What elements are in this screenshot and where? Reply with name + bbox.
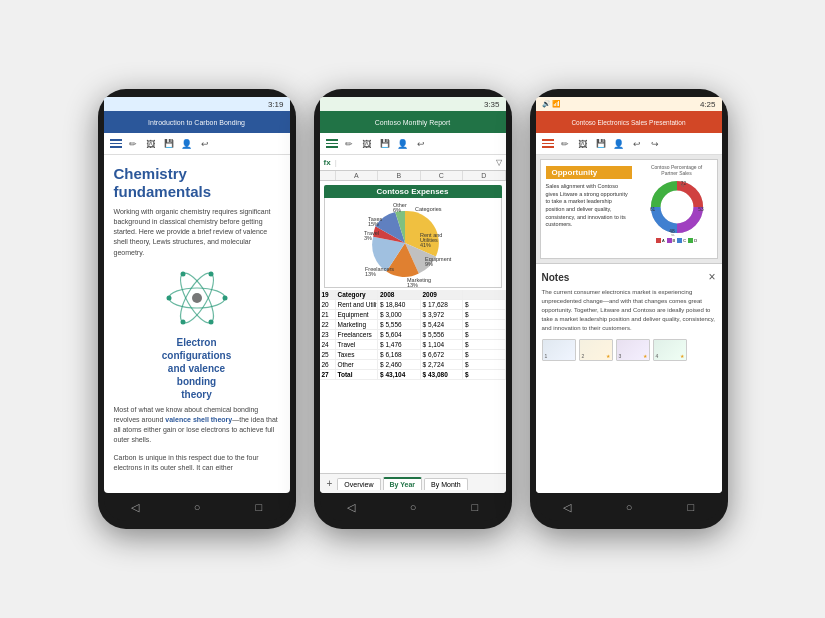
excel-title: Contoso Monthly Report — [375, 119, 450, 126]
excel-category-head: Category — [336, 290, 379, 299]
ppt-hamburger-icon[interactable] — [542, 139, 554, 148]
table-row: 22 Marketing $ 5,556 $ 5,424 $ — [320, 320, 506, 330]
save-icon[interactable]: 💾 — [162, 137, 176, 151]
hamburger-icon[interactable] — [110, 139, 122, 148]
back-icon[interactable]: ◁ — [563, 501, 571, 514]
word-body-2: Most of what we know about chemical bond… — [114, 405, 280, 446]
ppt-undo-icon[interactable]: ↩ — [630, 137, 644, 151]
ppt-thumbnails: 1 2 ★ 3 ★ 4 ★ — [542, 339, 716, 361]
ppt-slide-area: Opportunity Sales alignment with Contoso… — [536, 155, 722, 263]
excel-pencil-icon[interactable]: ✏ — [342, 137, 356, 151]
share-icon[interactable]: 👤 — [180, 137, 194, 151]
excel-title-bar: Contoso Monthly Report — [320, 111, 506, 133]
ppt-notes-close[interactable]: × — [708, 270, 715, 284]
word-navbar: ◁ ○ □ — [104, 493, 290, 521]
excel-share-icon[interactable]: 👤 — [396, 137, 410, 151]
excel-save-icon[interactable]: 💾 — [378, 137, 392, 151]
word-status-time: 3:19 — [268, 100, 284, 109]
ppt-image-icon[interactable]: 🖼 — [576, 137, 590, 151]
svg-text:13%: 13% — [407, 282, 418, 287]
ppt-opportunity-title: Opportunity — [546, 166, 632, 179]
table-row: 24 Travel $ 1,476 $ 1,104 $ — [320, 340, 506, 350]
svg-text:%: % — [671, 234, 675, 236]
back-icon[interactable]: ◁ — [131, 501, 139, 514]
excel-screen: 3:35 Contoso Monthly Report ✏ 🖼 💾 👤 ↩ fx — [320, 97, 506, 493]
ppt-thumb-3[interactable]: 3 ★ — [616, 339, 650, 361]
svg-text:53: 53 — [698, 207, 704, 212]
word-title-bar: Introduction to Carbon Bonding — [104, 111, 290, 133]
ppt-slide-right: Contoso Percentage ofPartner Sales — [637, 160, 717, 258]
table-row: 25 Taxes $ 6,168 $ 6,672 $ — [320, 350, 506, 360]
excel-tabs[interactable]: + Overview By Year By Month — [320, 473, 506, 493]
svg-point-0 — [192, 293, 202, 303]
thumb-star-4: ★ — [680, 353, 684, 359]
table-row: 23 Freelancers $ 5,604 $ 5,556 $ — [320, 330, 506, 340]
excel-phone: 3:35 Contoso Monthly Report ✏ 🖼 💾 👤 ↩ fx — [314, 89, 512, 529]
excel-col-headers: A B C D — [320, 171, 506, 181]
thumb-num-4: 4 — [656, 353, 659, 359]
phones-container: 3:19 Introduction to Carbon Bonding ✏ 🖼 … — [78, 69, 748, 549]
excel-toolbar[interactable]: ✏ 🖼 💾 👤 ↩ — [320, 133, 506, 155]
recents-icon[interactable]: □ — [471, 501, 478, 513]
recents-icon[interactable]: □ — [687, 501, 694, 513]
excel-col-a: A — [336, 171, 379, 180]
excel-2008-head: 2008 — [378, 290, 421, 299]
excel-hamburger-icon[interactable] — [326, 139, 338, 148]
ppt-save-icon[interactable]: 💾 — [594, 137, 608, 151]
ppt-screen: 🔊 📶 4:25 Contoso Electronics Sales Prese… — [536, 97, 722, 493]
word-content: Chemistryfundamentals Working with organ… — [104, 155, 290, 493]
ppt-slide-left: Opportunity Sales alignment with Contoso… — [541, 160, 637, 258]
thumb-star-2: ★ — [606, 353, 610, 359]
ppt-toolbar[interactable]: ✏ 🖼 💾 👤 ↩ ↪ — [536, 133, 722, 155]
word-body-1: Working with organic chemistry requires … — [114, 207, 280, 258]
svg-text:3%: 3% — [364, 235, 372, 241]
ppt-slide-body: Sales alignment with Contoso gives Litwa… — [546, 183, 632, 229]
back-icon[interactable]: ◁ — [347, 501, 355, 514]
image-icon[interactable]: 🖼 — [144, 137, 158, 151]
excel-tab-by-year[interactable]: By Year — [383, 477, 423, 490]
ppt-thumb-1[interactable]: 1 — [542, 339, 576, 361]
excel-content: Contoso Expenses — [320, 181, 506, 493]
ppt-redo-icon[interactable]: ↪ — [648, 137, 662, 151]
undo-icon[interactable]: ↩ — [198, 137, 212, 151]
ppt-pencil-icon[interactable]: ✏ — [558, 137, 572, 151]
excel-col-c: C — [421, 171, 464, 180]
ppt-thumb-4[interactable]: 4 ★ — [653, 339, 687, 361]
ppt-share-icon[interactable]: 👤 — [612, 137, 626, 151]
word-link[interactable]: valence shell theory — [165, 416, 232, 423]
recents-icon[interactable]: □ — [255, 501, 262, 513]
excel-status-bar: 3:35 — [320, 97, 506, 111]
svg-text:6%: 6% — [393, 207, 401, 213]
table-row: 20 Rent and Utilities $ 18,840 $ 17,628 … — [320, 300, 506, 310]
svg-point-27 — [663, 193, 690, 220]
excel-undo-icon[interactable]: ↩ — [414, 137, 428, 151]
excel-col-d: D — [463, 171, 506, 180]
svg-text:15%: 15% — [368, 221, 379, 227]
excel-status-time: 3:35 — [484, 100, 500, 109]
ppt-thumb-2[interactable]: 2 ★ — [579, 339, 613, 361]
home-icon[interactable]: ○ — [410, 501, 417, 513]
excel-navbar: ◁ ○ □ — [320, 493, 506, 521]
thumb-star-3: ★ — [643, 353, 647, 359]
excel-chart-area: Contoso Expenses — [320, 181, 506, 290]
ppt-notes-title: Notes — [542, 272, 570, 283]
fx-expand[interactable]: ▽ — [496, 158, 502, 167]
ppt-phone: 🔊 📶 4:25 Contoso Electronics Sales Prese… — [530, 89, 728, 529]
table-row: 21 Equipment $ 3,000 $ 3,972 $ — [320, 310, 506, 320]
excel-tab-overview[interactable]: Overview — [337, 478, 380, 490]
word-toolbar[interactable]: ✏ 🖼 💾 👤 ↩ — [104, 133, 290, 155]
pencil-icon[interactable]: ✏ — [126, 137, 140, 151]
svg-text:41%: 41% — [420, 242, 431, 248]
svg-text:61: 61 — [649, 207, 655, 212]
excel-tab-by-month[interactable]: By Month — [424, 478, 468, 490]
excel-formula-bar[interactable]: fx | ▽ — [320, 155, 506, 171]
excel-image-icon[interactable]: 🖼 — [360, 137, 374, 151]
ppt-notes-text: The current consumer electronics market … — [542, 288, 716, 333]
table-row: 26 Other $ 2,460 $ 2,724 $ — [320, 360, 506, 370]
home-icon[interactable]: ○ — [194, 501, 201, 513]
excel-row-num: 19 — [320, 290, 336, 299]
word-status-bar: 3:19 — [104, 97, 290, 111]
home-icon[interactable]: ○ — [626, 501, 633, 513]
ppt-notes-header: Notes × — [542, 270, 716, 284]
excel-add-sheet[interactable]: + — [324, 478, 336, 489]
